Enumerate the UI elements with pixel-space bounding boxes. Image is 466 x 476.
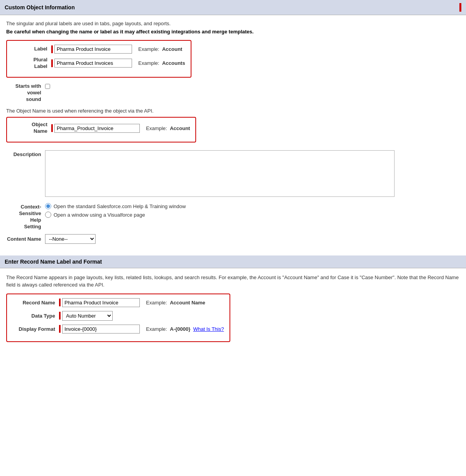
help-option2-label: Open a window using a Visualforce page (54, 212, 145, 218)
plural-label-row: PluralLabel Example: Accounts (12, 57, 185, 70)
custom-object-section: Custom Object Information The singular a… (0, 0, 466, 255)
data-type-select[interactable]: Auto Number Text (62, 311, 113, 321)
description-label: Description (6, 150, 41, 157)
help-option2-radio[interactable] (45, 212, 51, 218)
custom-object-body: The singular and plural labels are used … (0, 15, 466, 255)
object-name-example: Example: Account (146, 125, 190, 131)
help-setting-row: Context-SensitiveHelpSetting Open the st… (6, 203, 460, 230)
label-outline-box: Label Example: Account PluralLabel Examp… (6, 40, 191, 78)
object-name-outline-box: ObjectName Example: Account (6, 117, 196, 142)
object-name-required-indicator (51, 124, 53, 132)
object-name-row: ObjectName Example: Account (12, 122, 190, 135)
vowel-sound-row: Starts withvowelsound (6, 83, 460, 103)
record-name-input[interactable] (62, 298, 140, 307)
vowel-sound-label: Starts withvowelsound (6, 83, 41, 103)
help-setting-label: Context-SensitiveHelpSetting (6, 203, 41, 230)
what-is-this-link[interactable]: What Is This? (193, 326, 224, 332)
display-format-required-indicator (59, 325, 61, 333)
help-option1-row: Open the standard Salesforce.com Help & … (45, 203, 186, 209)
label-required-indicator (51, 45, 53, 53)
display-format-example: Example: A-{0000} What Is This? (146, 326, 224, 332)
object-name-input[interactable] (54, 124, 140, 133)
record-name-field-label: Record Name (12, 300, 55, 306)
display-format-input[interactable] (62, 325, 140, 334)
intro-text-2: Be careful when changing the name or lab… (6, 29, 460, 35)
record-name-header: Enter Record Name Label and Format (0, 255, 466, 268)
custom-object-title: Custom Object Information (5, 4, 75, 10)
record-name-title: Enter Record Name Label and Format (5, 259, 102, 265)
help-option2-row: Open a window using a Visualforce page (45, 212, 186, 218)
content-name-label: Content Name (6, 236, 41, 242)
label-input[interactable] (54, 45, 132, 54)
help-option1-radio[interactable] (45, 203, 51, 209)
content-name-select[interactable]: --None-- (45, 234, 96, 244)
plural-label-field-label: PluralLabel (12, 57, 47, 70)
display-format-field-row: Display Format Example: A-{0000} What Is… (12, 325, 224, 334)
intro-text-1: The singular and plural labels are used … (6, 21, 460, 26)
record-name-section: Enter Record Name Label and Format The R… (0, 255, 466, 354)
plural-label-required-indicator (51, 59, 53, 67)
display-format-label: Display Format (12, 326, 55, 332)
record-name-body: The Record Name appears in page layouts,… (0, 268, 466, 354)
label-example: Example: Account (138, 46, 182, 52)
plural-label-input[interactable] (54, 59, 132, 68)
record-name-required-indicator (59, 299, 61, 306)
data-type-label: Data Type (12, 313, 55, 319)
help-option1-label: Open the standard Salesforce.com Help & … (54, 203, 186, 209)
record-intro-text: The Record Name appears in page layouts,… (6, 274, 460, 289)
record-name-field-row: Record Name Example: Account Name (12, 298, 224, 307)
content-name-row: Content Name --None-- (6, 234, 460, 244)
object-name-label: ObjectName (12, 122, 47, 135)
record-name-example: Example: Account Name (146, 300, 205, 306)
header-red-bar (459, 3, 461, 12)
data-type-field-row: Data Type Auto Number Text (12, 311, 224, 321)
custom-object-header: Custom Object Information (0, 0, 466, 15)
plural-label-example: Example: Accounts (138, 60, 185, 66)
description-textarea[interactable] (45, 150, 395, 197)
label-field-label: Label (12, 46, 47, 52)
data-type-required-indicator (59, 312, 61, 320)
label-row: Label Example: Account (12, 45, 185, 54)
api-note: The Object Name is used when referencing… (6, 108, 460, 114)
record-name-outline-box: Record Name Example: Account Name Data T… (6, 294, 230, 342)
description-row: Description (6, 150, 460, 197)
vowel-sound-checkbox[interactable] (45, 84, 50, 89)
help-setting-radio-group: Open the standard Salesforce.com Help & … (45, 203, 186, 218)
